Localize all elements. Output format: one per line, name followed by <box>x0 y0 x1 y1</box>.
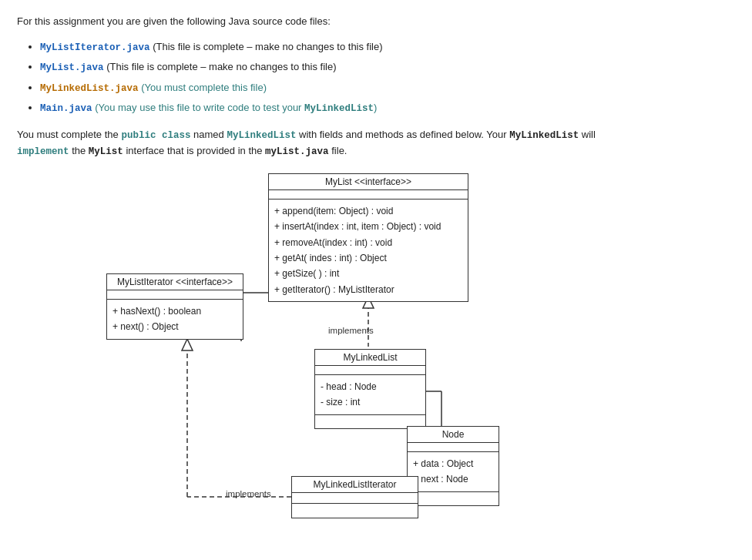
node-box: Node + data : Object + next : Node <box>407 426 499 506</box>
mylinkedlistiterator-title: MyLinkedListIterator <box>292 477 418 493</box>
svg-marker-6 <box>182 339 193 350</box>
method-row: + hasNext() : boolean <box>112 303 237 319</box>
mylistiterator-methods: + hasNext() : boolean + next() : Object <box>107 300 243 339</box>
code-mylinkedlist-2: MyLinkedList <box>509 130 579 141</box>
mylinkedlistiterator-empty2 <box>292 504 418 518</box>
filename-4: Main.java <box>40 103 92 114</box>
filename-1: MyListIterator.java <box>40 42 150 53</box>
file-desc-3: (You must complete this file) <box>139 82 267 93</box>
uml-diagram: MyList <<interface>> + append(item: Obje… <box>106 173 646 535</box>
mylinkedlistiterator-box: MyLinkedListIterator <box>291 476 418 518</box>
intro-text1: For this assignment you are given the fo… <box>17 14 735 30</box>
method-row: + removeAt(index : int) : void <box>274 235 462 250</box>
code-mylinkedlist-1: MyLinkedList <box>227 130 296 141</box>
description-paragraph: You must complete the public class named… <box>17 127 735 159</box>
implements-label-2: implements <box>226 489 271 498</box>
node-fields: + data : Object + next : Node <box>408 452 499 491</box>
file-desc-2: (This file is complete – make no changes… <box>104 61 337 72</box>
mylistiterator-title: MyListIterator <<interface>> <box>107 274 243 290</box>
code-mylistjava: myList.java <box>265 146 329 157</box>
mylinkedlist-fields: - head : Node - size : int <box>315 375 425 414</box>
method-row: + getSize( ) : int <box>274 266 462 281</box>
field-row: - size : int <box>321 394 420 410</box>
method-row: + next() : Object <box>112 319 237 334</box>
field-row: + data : Object <box>413 456 493 471</box>
filename-3: MyLinkedList.java <box>40 83 139 94</box>
file-desc-4: (You may use this file to write code to … <box>92 102 378 113</box>
node-title: Node <box>408 427 499 443</box>
mylistiterator-interface-box: MyListIterator <<interface>> + hasNext()… <box>106 273 243 340</box>
method-row: + append(item: Object) : void <box>274 203 462 219</box>
list-item: MyList.java (This file is complete – mak… <box>40 58 735 77</box>
code-mylist: MyList <box>89 146 123 157</box>
mylinkedlist-empty-section <box>315 366 425 375</box>
mylist-methods: + append(item: Object) : void + insertAt… <box>269 200 468 301</box>
implements-label-1: implements <box>328 326 374 335</box>
filename-2: MyList.java <box>40 62 104 73</box>
list-item: Main.java (You may use this file to writ… <box>40 99 735 118</box>
list-item: MyListIterator.java (This file is comple… <box>40 38 735 57</box>
method-row: + insertAt(index : int, item : Object) :… <box>274 219 462 234</box>
method-row: + getAt( indes : int) : Object <box>274 250 462 266</box>
method-row: + getIterator() : MyListIterator <box>274 282 462 297</box>
file-list: MyListIterator.java (This file is comple… <box>40 38 735 118</box>
inline-code-mylinkedlist: MyLinkedList <box>304 103 374 114</box>
mylist-interface-box: MyList <<interface>> + append(item: Obje… <box>268 173 468 302</box>
mylinkedlistiterator-empty1 <box>292 493 418 504</box>
mylist-empty-section <box>269 190 468 200</box>
code-implement: implement <box>17 146 69 157</box>
code-public-class: public class <box>121 130 190 141</box>
field-row: + next : Node <box>413 471 493 487</box>
mylistiterator-empty-section <box>107 290 243 300</box>
list-item: MyLinkedList.java (You must complete thi… <box>40 79 735 98</box>
mylist-title: MyList <<interface>> <box>269 174 468 190</box>
node-methods-section <box>408 491 499 505</box>
mylinkedlist-box: MyLinkedList - head : Node - size : int <box>314 349 426 429</box>
field-row: - head : Node <box>321 379 420 394</box>
file-desc-1: (This file is complete – make no changes… <box>150 41 383 52</box>
mylinkedlist-title: MyLinkedList <box>315 350 425 366</box>
node-empty-section <box>408 443 499 452</box>
